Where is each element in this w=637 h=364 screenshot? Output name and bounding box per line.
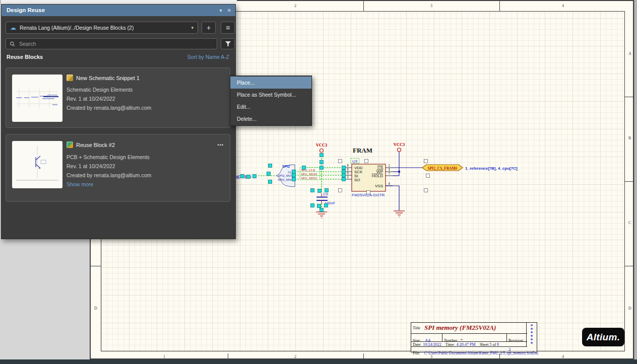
sheet-total: 8	[497, 342, 499, 347]
schematic-snippet-icon	[67, 75, 73, 81]
search-icon	[10, 41, 15, 47]
time-value: 4:20:47 PM	[457, 342, 476, 347]
ground-symbol-right[interactable]	[394, 211, 405, 217]
pin-number: 5	[347, 171, 349, 175]
sheet-of-label: of	[492, 342, 496, 347]
pin-name: SO	[354, 178, 360, 182]
menu-item-place[interactable]: Place...	[230, 77, 311, 89]
harness-entry: SPI2_MOSI	[278, 174, 294, 177]
reuse-block-name: Reuse Block #2	[76, 142, 115, 148]
pin-name: VSS	[375, 184, 383, 188]
power-port-vcc3-left[interactable]: VCC3	[316, 142, 328, 153]
altium-logo-text: Altium.	[587, 332, 620, 343]
design-reuse-panel: Design Reuse ▾ ✕ ☁ Renata Lang (Altium)/…	[1, 4, 236, 239]
reuse-block-revision: Rev. 1 at 10/24/2022	[67, 163, 115, 169]
reuse-block-type: Schematic Design Elements	[67, 87, 133, 93]
pin-number: 4	[388, 182, 390, 185]
window-chrome-strip	[0, 0, 237, 4]
capacitor-c9[interactable]: C9 100nF	[316, 192, 336, 205]
harness-bundle-label: SPI2	[282, 165, 290, 168]
sheet-number: 5	[489, 342, 491, 347]
thumbnail-schematic-preview	[12, 75, 62, 122]
altium-application-window: 1 2 3 4 1 2 3 4 A B C D A B C D g[1B] SP…	[0, 0, 637, 364]
more-options-button[interactable]: •••	[218, 142, 224, 148]
menu-item-place-as-sheet-symbol[interactable]: Place as Sheet Symbol...	[230, 89, 311, 101]
net-label: SPI2_MOSI	[301, 172, 317, 176]
cloud-icon: ☁	[10, 24, 16, 31]
filter-icon	[225, 41, 231, 47]
reuse-block-thumbnail[interactable]	[12, 141, 62, 188]
reuse-block-title-row: Reuse Block #2	[67, 141, 115, 148]
ground-symbol-left[interactable]	[316, 212, 327, 218]
title-label: Title	[413, 326, 420, 330]
reuse-block-title-row: New Schematic Snippet 1	[67, 75, 140, 81]
pin-number: 6	[347, 168, 349, 171]
port-cross-reference-note: 1_reference[7B], 4_cpu[7C]	[465, 166, 518, 171]
component-comment-fram: FRAM	[353, 147, 372, 154]
reuse-block-thumbnail[interactable]	[12, 75, 62, 122]
plus-icon: +	[207, 24, 211, 32]
add-reuse-block-button[interactable]: +	[202, 22, 216, 34]
source-dropdown[interactable]: ☁ Renata Lang (Altium)/../Design Reuse B…	[6, 22, 198, 34]
port-spi2-cs-fram[interactable]: SPI2_CS_FRAM#	[422, 165, 463, 171]
thumbnail-schematic-preview	[12, 141, 62, 188]
window-bottom-bar	[0, 359, 637, 364]
reuse-block-type: PCB + Schematic Design Elements	[67, 154, 150, 160]
filter-button[interactable]	[221, 38, 235, 49]
search-box[interactable]	[6, 38, 217, 49]
harness-entry: SPI2_MISO	[278, 178, 294, 181]
menu-item-delete[interactable]: Delete...	[230, 113, 311, 125]
component-designator: U3	[352, 159, 358, 164]
reuse-block-name: New Schematic Snippet 1	[76, 75, 140, 81]
reuse-block-icon	[67, 141, 73, 148]
title-block-placeholders: *** ***	[526, 323, 537, 347]
wire-junction	[398, 171, 400, 173]
file-path: C:\Users\Public\Documents\Altium\Kame_FM…	[424, 351, 539, 355]
section-title: Reuse Blocks	[7, 54, 43, 60]
port-name: SPI2_CS_FRAM#	[428, 166, 458, 171]
reuse-block-creator: Created by renata.lang@altium.com	[67, 172, 151, 178]
sheet-title: SPI memory (FM25V02A)	[424, 324, 496, 332]
source-dropdown-value: Renata Lang (Altium)/../Design Reuse Blo…	[20, 25, 134, 31]
component-u3[interactable]: FRAM U3 FM25V02A-DGTR 8 6	[345, 147, 393, 197]
net-label: SPI2_MISO	[301, 176, 317, 180]
sort-link[interactable]: Sort by Name A-Z	[187, 54, 229, 60]
power-net-label: VCC3	[394, 142, 405, 147]
panel-header[interactable]: Design Reuse ▾ ✕	[2, 5, 235, 16]
show-more-link[interactable]: Show more	[67, 181, 93, 187]
panel-collapse-icon[interactable]: ▾	[220, 5, 222, 16]
panel-menu-button[interactable]: ≡	[221, 22, 235, 34]
sheet-label: Sheet	[480, 342, 489, 347]
window-right-edge	[634, 0, 637, 359]
panel-close-icon[interactable]: ✕	[227, 5, 231, 16]
pin-number: 3	[388, 168, 390, 171]
time-label: Time:	[445, 342, 455, 347]
altium-logo: Altium.	[582, 328, 624, 346]
reuse-block-revision: Rev. 1 at 10/24/2022	[67, 96, 115, 102]
reuse-block-creator: Created by renata.lang@altium.com	[67, 105, 151, 111]
context-menu: Place... Place as Sheet Symbol... Edit..…	[230, 76, 312, 126]
reuse-block-card[interactable]: Reuse Block #2 ••• PCB + Schematic Desig…	[6, 134, 230, 202]
pin-number: 8	[347, 164, 349, 167]
pin-number: 1	[388, 164, 390, 167]
file-label: File:	[413, 351, 420, 355]
power-port-vcc3-right[interactable]: VCC3	[394, 142, 405, 152]
chevron-down-icon: ▾	[191, 25, 194, 30]
panel-title: Design Reuse	[7, 7, 45, 13]
pin-number: 7	[388, 172, 390, 175]
date-label: Date:	[413, 342, 421, 347]
power-net-label: VCC3	[316, 142, 328, 148]
menu-item-edit[interactable]: Edit...	[230, 101, 311, 113]
date-value: 10/24/2022	[423, 342, 441, 347]
title-block: Title SPI memory (FM25V02A) Size: A4 Num…	[411, 322, 537, 352]
wires-right[interactable]	[386, 152, 422, 210]
hamburger-icon: ≡	[226, 24, 230, 32]
pin-name: HOLD	[372, 174, 383, 178]
reuse-block-card[interactable]: New Schematic Snippet 1 Schematic Design…	[6, 67, 230, 128]
capacitor-designator: C9	[323, 192, 328, 196]
selected-wires[interactable]	[295, 153, 344, 211]
search-input[interactable]	[18, 40, 213, 47]
pin-number: 2	[347, 175, 349, 179]
